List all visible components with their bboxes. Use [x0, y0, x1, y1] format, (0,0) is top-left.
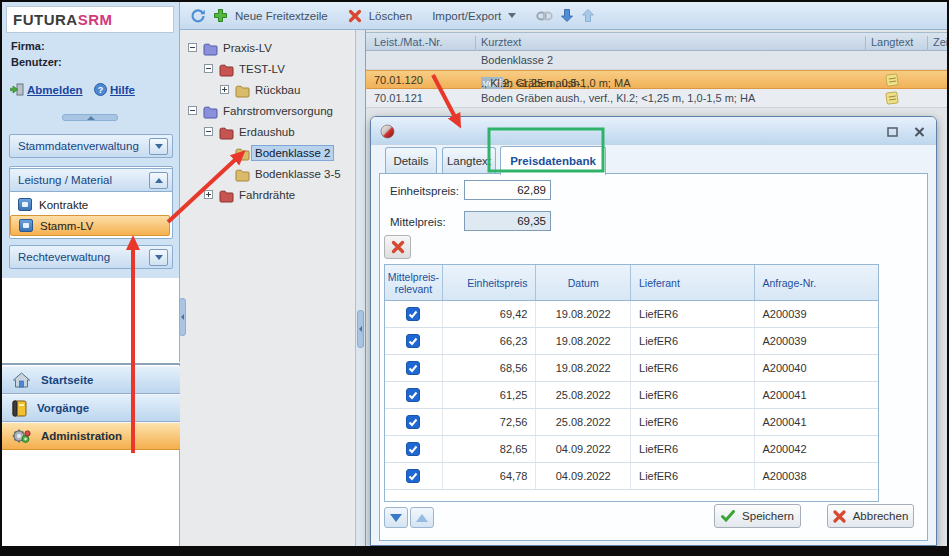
cancel-button[interactable]: Abbrechen	[827, 504, 914, 528]
refresh-button[interactable]	[190, 8, 206, 24]
refresh-icon	[190, 8, 206, 24]
price-table-row[interactable]: 69,42 19.08.2022 LiefER6 A200039	[385, 301, 878, 328]
price-table-row[interactable]: 68,56 19.08.2022 LiefER6 A200040	[385, 355, 878, 382]
mittelpreis-checkbox[interactable]	[406, 442, 420, 456]
expander-plus-icon[interactable]	[220, 85, 229, 94]
cell-supplier: LiefER6	[631, 382, 755, 408]
close-button[interactable]	[912, 125, 926, 138]
price-table-row[interactable]: 66,23 19.08.2022 LiefER6 A200039	[385, 328, 878, 355]
nav-item-administration[interactable]: Administration	[2, 422, 180, 450]
mittelpreis-checkbox[interactable]	[406, 388, 420, 402]
table-group-row[interactable]: Bodenklasse 2	[366, 51, 947, 70]
new-freitextzeile-label[interactable]: Neue Freitextzeile	[235, 10, 328, 22]
mittelpreis-checkbox[interactable]	[406, 307, 420, 321]
tree-collapse-handle[interactable]	[357, 310, 364, 348]
cell-nr: 70.01.120	[374, 74, 423, 86]
screenshot-root: FUTURA SRM Firma: Benutzer: Abmelden ? H…	[0, 0, 949, 556]
cell-unit-price: 66,23	[443, 328, 537, 354]
link-button[interactable]	[536, 10, 553, 22]
tree-table-splitter[interactable]	[356, 30, 365, 546]
expander-minus-icon[interactable]	[188, 43, 197, 52]
tab-details[interactable]: Details	[385, 147, 437, 174]
column-header-einheitspreis[interactable]: Einheitspreis	[443, 265, 537, 300]
column-header-nr[interactable]: Leist./Mat.-Nr.	[374, 36, 442, 48]
cell-supplier: LiefER6	[631, 355, 755, 381]
move-down-button[interactable]	[560, 8, 574, 23]
module-icon	[19, 219, 33, 232]
mittelpreis-checkbox[interactable]	[406, 361, 420, 375]
accordion-label: Stammdatenverwaltung	[18, 140, 149, 152]
maximize-button[interactable]	[885, 125, 899, 138]
logout-link[interactable]: Abmelden	[10, 82, 83, 100]
expander-plus-icon[interactable]	[204, 190, 213, 199]
accordion-stammdatenverwaltung[interactable]: Stammdatenverwaltung	[9, 134, 173, 158]
scroll-down-button[interactable]	[384, 507, 408, 528]
nav-item-vorgaenge[interactable]: Vorgänge	[2, 394, 180, 422]
sidebar-collapse-handle[interactable]	[179, 298, 186, 336]
price-table-row[interactable]: 61,25 25.08.2022 LiefER6 A200041	[385, 382, 878, 409]
price-table-row[interactable]: 64,78 04.09.2022 LiefER6 A200038	[385, 463, 878, 490]
lv-table-header: Leist./Mat.-Nr. Kurztext Langtext Zei	[366, 32, 947, 51]
main-toolbar: Neue Freitextzeile Löschen Import/Export	[180, 2, 947, 30]
accordion-label: Rechteverwaltung	[18, 251, 149, 263]
langtext-note-icon[interactable]	[885, 91, 899, 105]
column-header-anfrage-nr[interactable]: Anfrage-Nr.	[755, 265, 878, 300]
cell-request-no: A200041	[755, 409, 878, 435]
column-header-kurztext[interactable]: Kurztext	[481, 36, 521, 48]
nav-item-startseite[interactable]: Startseite	[2, 366, 180, 394]
scroll-up-button[interactable]	[410, 507, 434, 528]
chevron-down-icon	[155, 255, 163, 260]
check-icon	[408, 391, 418, 400]
sidebar-item-kontrakte[interactable]: Kontrakte	[10, 194, 170, 215]
tree-item-rueckbau: Rückbau	[180, 80, 356, 101]
import-export-menu[interactable]: Import/Export	[432, 10, 501, 22]
dialog-titlebar[interactable]	[371, 117, 936, 145]
mittelpreis-checkbox[interactable]	[406, 334, 420, 348]
sidebar-horizontal-splitter[interactable]	[62, 114, 118, 121]
expander-minus-icon[interactable]	[204, 127, 213, 136]
sidebar-item-stamm-lv[interactable]: Stamm-LV	[10, 215, 170, 236]
accordion-collapse-button[interactable]	[149, 172, 168, 189]
tab-langtext[interactable]: Langtext	[442, 147, 496, 174]
gears-icon	[12, 428, 31, 445]
table-row-70-01-120[interactable]: 70.01.120 Boden Gräben aush., verf., Kl.…	[366, 70, 947, 89]
accordion-leistung-material[interactable]: Leistung / Material	[9, 168, 173, 192]
accordion-expand-button[interactable]	[149, 138, 168, 155]
lv-tree-panel: Praxis-LV TEST-LV Rückbau Fahrstromverso…	[180, 30, 356, 546]
move-up-button[interactable]	[581, 8, 595, 23]
sidebar-item-label: Kontrakte	[39, 199, 88, 211]
langtext-note-icon[interactable]	[885, 73, 899, 87]
import-export-dropdown[interactable]	[508, 13, 516, 18]
expander-minus-icon[interactable]	[204, 64, 213, 73]
delete-button[interactable]	[348, 9, 362, 23]
company-label: Firma:	[11, 40, 45, 52]
table-row-70-01-121[interactable]: 70.01.121 Boden Gräben aush., verf., Kl.…	[366, 89, 947, 108]
logout-icon	[10, 83, 24, 96]
preisdatenbank-dialog: Details Langtext Preisdatenbank Einheits…	[370, 116, 937, 546]
mittelpreis-checkbox[interactable]	[406, 415, 420, 429]
mittelpreis-checkbox[interactable]	[406, 469, 420, 483]
column-header-mittelpreis-relevant[interactable]: Mittelpreis-relevant	[385, 265, 443, 300]
column-header-zeilentyp[interactable]: Zei	[933, 36, 947, 48]
help-link[interactable]: ? Hilfe	[94, 82, 135, 100]
delete-label[interactable]: Löschen	[369, 10, 412, 22]
accordion-expand-button[interactable]	[149, 249, 168, 266]
price-table-row[interactable]: 82,65 04.09.2022 LiefER6 A200042	[385, 436, 878, 463]
cell-request-no: A200040	[755, 355, 878, 381]
delete-price-row-button[interactable]	[384, 235, 411, 259]
triangle-up-icon	[416, 514, 428, 522]
tree-item-fahrdraehte: Fahrdrähte	[180, 185, 356, 206]
unit-price-input[interactable]: 62,89	[464, 180, 551, 200]
accordion-rechteverwaltung[interactable]: Rechteverwaltung	[9, 245, 173, 269]
cell-unit-price: 68,56	[443, 355, 537, 381]
column-header-datum[interactable]: Datum	[536, 265, 631, 300]
price-table-row[interactable]: 72,56 25.08.2022 LiefER6 A200041	[385, 409, 878, 436]
add-freitextzeile-button[interactable]	[213, 8, 228, 23]
price-table-header: Mittelpreis-relevant Einheitspreis Datum…	[385, 265, 878, 301]
column-header-lieferant[interactable]: Lieferant	[631, 265, 755, 300]
expander-minus-icon[interactable]	[188, 106, 197, 115]
tree-item-fahrstromversorgung: Fahrstromversorgung	[180, 101, 356, 122]
tab-preisdatenbank[interactable]: Preisdatenbank	[500, 146, 606, 175]
save-button[interactable]: Speichern	[714, 504, 801, 528]
column-header-langtext[interactable]: Langtext	[871, 36, 913, 48]
